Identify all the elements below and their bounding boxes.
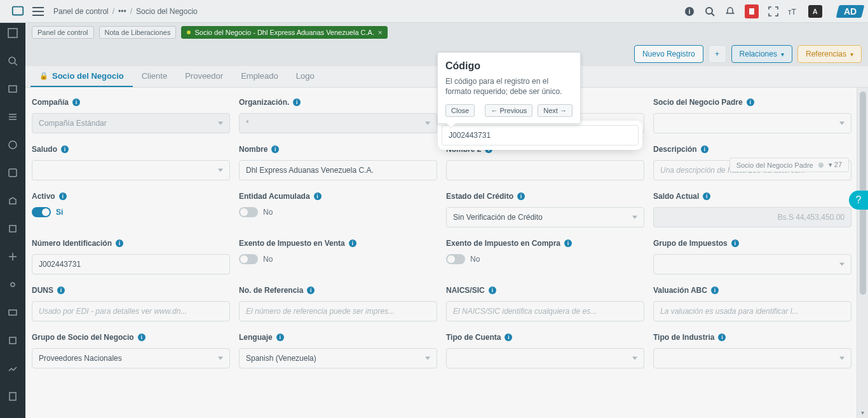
credito-select[interactable]: Sin Verificación de Crédito [446,207,644,227]
nombre-input[interactable] [239,160,437,180]
svg-text:i: i [688,8,690,15]
help-icon[interactable]: i [505,334,512,341]
sidebar-item-8[interactable] [5,221,20,236]
help-icon[interactable]: i [314,192,322,200]
help-icon[interactable]: i [307,287,315,294]
alert-badge[interactable] [745,4,759,18]
tab-empleado[interactable]: Empleado [232,66,287,87]
sidebar-item-4[interactable] [5,109,20,125]
numid-input[interactable] [32,254,230,274]
help-icon[interactable]: i [293,98,301,106]
parent-summary-pill[interactable]: Socio del Negocio Padre▾ 27 [729,158,849,172]
help-icon[interactable]: i [57,287,65,294]
noref-input[interactable] [239,301,437,321]
form-scroll[interactable]: Compañíai Compañía Estándar Organización… [25,88,857,418]
label-duns: DUNS [32,286,53,295]
breadcrumb-sep: / [112,7,114,16]
label-compania: Compañía [32,98,69,107]
help-icon[interactable]: i [703,192,710,200]
compania-select[interactable]: Compañía Estándar [32,113,230,133]
entidad-toggle[interactable] [239,207,258,217]
scroll-down-icon[interactable]: ▾ [858,409,866,417]
window-tab-bpartner[interactable]: Socio del Negocio - Dhl Express Aduanas … [181,26,388,39]
sidebar-search-icon[interactable] [5,53,20,69]
label-tipocuenta: Tipo de Cuenta [446,333,501,342]
sidebar-item-11[interactable] [5,305,20,320]
sidebar-item-6[interactable] [5,165,20,180]
help-icon[interactable]: i [489,287,496,294]
bell-icon[interactable] [724,6,736,17]
sidebar-item-3[interactable] [5,81,20,97]
breadcrumb-dots[interactable]: ••• [118,7,126,16]
help-icon[interactable]: i [276,334,284,341]
codigo-input-highlighted[interactable] [442,125,639,145]
sidebar-item-12[interactable] [5,333,20,348]
duns-input[interactable] [32,301,230,321]
tipoind-select[interactable] [653,348,851,368]
window-tab-releases[interactable]: Nota de Liberaciones [99,26,177,39]
organizacion-select[interactable]: * [239,113,437,133]
valuacion-input[interactable] [653,301,851,321]
help-icon[interactable]: i [701,145,709,153]
close-icon[interactable]: × [378,29,382,36]
label-valuacion: Valuación ABC [653,286,707,295]
relations-button[interactable]: Relaciones▾ [731,45,792,63]
sidebar-item-5[interactable] [5,137,20,152]
help-icon[interactable]: i [61,145,69,153]
help-icon[interactable]: i [116,239,123,247]
popover-next-button[interactable]: Next → [538,104,573,117]
label-grupoimp: Grupo de Impuestos [653,239,728,248]
help-icon[interactable]: i [731,239,739,247]
help-icon[interactable]: i [271,145,279,153]
references-button[interactable]: Referencias▾ [797,45,862,63]
new-record-button[interactable]: Nuevo Registro [634,45,703,63]
activo-toggle[interactable] [32,207,51,217]
sidebar-item-13[interactable] [5,361,20,376]
tab-bpartner[interactable]: 🔒Socio del Negocio [31,66,133,87]
tab-proveedor[interactable]: Proveedor [176,66,232,87]
vertical-scrollbar[interactable]: ▾ [857,88,868,418]
help-icon[interactable]: i [747,98,754,106]
help-icon[interactable]: i [72,98,80,106]
tab-cliente[interactable]: Cliente [133,66,176,87]
naics-input[interactable] [446,301,644,321]
lenguaje-select[interactable]: Spanish (Venezuela) [239,348,437,368]
textsize-icon[interactable]: тT [788,6,799,17]
help-icon[interactable]: i [59,192,67,200]
gruposocio-select[interactable]: Proveedores Nacionales [32,348,230,368]
search-icon[interactable] [704,6,715,17]
svg-rect-4 [749,8,754,15]
sidebar-item-10[interactable] [5,277,20,292]
menu-toggle-icon[interactable] [31,4,46,19]
fullscreen-icon[interactable] [768,6,779,17]
help-fab[interactable]: ? [849,191,868,210]
sidebar-item-7[interactable] [5,193,20,208]
info-icon[interactable]: i [684,6,695,17]
sidebar-item-14[interactable] [5,389,20,404]
grupoimp-select[interactable] [653,254,851,274]
window-tab-dashboard[interactable]: Panel de control [32,26,94,39]
help-icon[interactable]: i [349,239,356,247]
tipocuenta-select[interactable] [446,348,644,368]
sidebar-item-9[interactable] [5,249,20,264]
new-record-plus-button[interactable]: + [709,45,726,63]
excompra-toggle[interactable] [446,254,465,264]
breadcrumb-current: Socio del Negocio [136,7,198,16]
help-icon[interactable]: i [138,334,146,341]
sociopadre-select[interactable] [653,113,851,133]
help-icon[interactable]: i [564,239,572,247]
popover-close-button[interactable]: Close [445,104,475,117]
tab-logo[interactable]: Logo [287,66,323,87]
help-icon[interactable]: i [485,145,492,153]
help-icon[interactable]: i [517,192,525,200]
help-icon[interactable]: i [711,287,719,294]
label-sociopadre: Socio del Negocio Padre [653,98,743,107]
sidebar-item-1[interactable] [5,25,20,41]
saludo-select[interactable] [32,160,230,180]
language-badge[interactable]: A [808,5,822,18]
nombre2-input[interactable] [446,160,644,180]
exventa-toggle[interactable] [239,254,258,264]
popover-prev-button[interactable]: ← Previous [485,104,532,117]
breadcrumb-root[interactable]: Panel de control [53,7,109,16]
help-icon[interactable]: i [718,334,726,341]
